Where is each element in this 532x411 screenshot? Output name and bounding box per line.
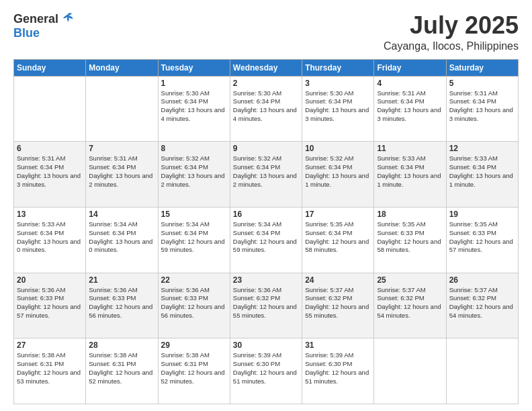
table-row: 7Sunrise: 5:31 AM Sunset: 6:34 PM Daylig… (86, 142, 158, 208)
day-number: 28 (89, 340, 154, 350)
day-number: 10 (305, 144, 371, 153)
table-row (14, 76, 86, 142)
table-row: 31Sunrise: 5:39 AM Sunset: 6:30 PM Dayli… (302, 338, 374, 404)
day-number: 11 (377, 144, 443, 153)
table-row: 28Sunrise: 5:38 AM Sunset: 6:31 PM Dayli… (86, 338, 158, 404)
table-row: 17Sunrise: 5:35 AM Sunset: 6:34 PM Dayli… (302, 207, 374, 273)
month-title: July 2025 (384, 12, 519, 39)
day-info: Sunrise: 5:36 AM Sunset: 6:33 PM Dayligh… (161, 286, 227, 320)
day-info: Sunrise: 5:38 AM Sunset: 6:31 PM Dayligh… (161, 351, 227, 385)
day-number: 2 (233, 79, 299, 88)
day-info: Sunrise: 5:32 AM Sunset: 6:34 PM Dayligh… (161, 154, 227, 189)
col-saturday: Saturday (446, 59, 518, 76)
table-row: 13Sunrise: 5:33 AM Sunset: 6:34 PM Dayli… (14, 207, 86, 273)
logo: General Blue (13, 12, 75, 40)
day-number: 23 (233, 275, 299, 285)
table-row: 4Sunrise: 5:31 AM Sunset: 6:34 PM Daylig… (374, 76, 446, 142)
day-info: Sunrise: 5:39 AM Sunset: 6:30 PM Dayligh… (233, 351, 299, 385)
day-number: 24 (305, 275, 371, 285)
table-row: 18Sunrise: 5:35 AM Sunset: 6:33 PM Dayli… (374, 207, 446, 273)
day-number: 9 (233, 144, 299, 153)
day-number: 15 (161, 210, 227, 219)
table-row: 10Sunrise: 5:32 AM Sunset: 6:34 PM Dayli… (302, 142, 374, 208)
day-number: 18 (377, 210, 443, 219)
day-number: 4 (377, 79, 443, 88)
table-row (374, 338, 446, 404)
day-info: Sunrise: 5:34 AM Sunset: 6:34 PM Dayligh… (89, 220, 154, 255)
day-info: Sunrise: 5:36 AM Sunset: 6:33 PM Dayligh… (17, 286, 83, 320)
col-wednesday: Wednesday (230, 59, 302, 76)
calendar-table: Sunday Monday Tuesday Wednesday Thursday… (13, 59, 519, 404)
calendar-week-row: 20Sunrise: 5:36 AM Sunset: 6:33 PM Dayli… (14, 273, 519, 338)
day-info: Sunrise: 5:36 AM Sunset: 6:33 PM Dayligh… (89, 286, 154, 320)
day-number: 12 (449, 144, 515, 153)
day-number: 22 (161, 275, 227, 285)
table-row: 30Sunrise: 5:39 AM Sunset: 6:30 PM Dayli… (230, 338, 302, 404)
day-info: Sunrise: 5:32 AM Sunset: 6:34 PM Dayligh… (233, 154, 299, 189)
table-row: 14Sunrise: 5:34 AM Sunset: 6:34 PM Dayli… (86, 207, 158, 273)
table-row: 21Sunrise: 5:36 AM Sunset: 6:33 PM Dayli… (86, 273, 158, 338)
table-row: 22Sunrise: 5:36 AM Sunset: 6:33 PM Dayli… (158, 273, 230, 338)
table-row: 23Sunrise: 5:36 AM Sunset: 6:32 PM Dayli… (230, 273, 302, 338)
table-row: 25Sunrise: 5:37 AM Sunset: 6:32 PM Dayli… (374, 273, 446, 338)
day-number: 5 (449, 79, 515, 88)
col-friday: Friday (374, 59, 446, 76)
logo-blue: Blue (13, 27, 40, 40)
table-row: 15Sunrise: 5:34 AM Sunset: 6:34 PM Dayli… (158, 207, 230, 273)
day-info: Sunrise: 5:39 AM Sunset: 6:30 PM Dayligh… (305, 351, 371, 385)
day-number: 27 (17, 340, 83, 350)
table-row: 27Sunrise: 5:38 AM Sunset: 6:31 PM Dayli… (14, 338, 86, 404)
day-number: 7 (89, 144, 154, 153)
day-info: Sunrise: 5:33 AM Sunset: 6:34 PM Dayligh… (377, 154, 443, 189)
day-info: Sunrise: 5:32 AM Sunset: 6:34 PM Dayligh… (305, 154, 371, 189)
table-row: 20Sunrise: 5:36 AM Sunset: 6:33 PM Dayli… (14, 273, 86, 338)
table-row: 3Sunrise: 5:30 AM Sunset: 6:34 PM Daylig… (302, 76, 374, 142)
day-number: 16 (233, 210, 299, 219)
weekday-header-row: Sunday Monday Tuesday Wednesday Thursday… (14, 59, 519, 76)
table-row: 1Sunrise: 5:30 AM Sunset: 6:34 PM Daylig… (158, 76, 230, 142)
day-number: 8 (161, 144, 227, 153)
day-number: 21 (89, 275, 154, 285)
day-info: Sunrise: 5:38 AM Sunset: 6:31 PM Dayligh… (89, 351, 154, 385)
table-row: 5Sunrise: 5:31 AM Sunset: 6:34 PM Daylig… (446, 76, 518, 142)
page: General Blue July 2025 Cayanga, Ilocos, … (0, 0, 532, 411)
calendar-week-row: 6Sunrise: 5:31 AM Sunset: 6:34 PM Daylig… (14, 142, 519, 208)
day-info: Sunrise: 5:30 AM Sunset: 6:34 PM Dayligh… (233, 89, 299, 124)
day-number: 19 (449, 210, 515, 219)
day-info: Sunrise: 5:34 AM Sunset: 6:34 PM Dayligh… (233, 220, 299, 255)
table-row: 2Sunrise: 5:30 AM Sunset: 6:34 PM Daylig… (230, 76, 302, 142)
day-info: Sunrise: 5:35 AM Sunset: 6:33 PM Dayligh… (449, 220, 515, 255)
table-row: 9Sunrise: 5:32 AM Sunset: 6:34 PM Daylig… (230, 142, 302, 208)
day-number: 13 (17, 210, 83, 219)
day-number: 26 (449, 275, 515, 285)
calendar-week-row: 27Sunrise: 5:38 AM Sunset: 6:31 PM Dayli… (14, 338, 519, 404)
day-number: 6 (17, 144, 83, 153)
table-row (86, 76, 158, 142)
day-number: 30 (233, 340, 299, 350)
table-row: 11Sunrise: 5:33 AM Sunset: 6:34 PM Dayli… (374, 142, 446, 208)
day-info: Sunrise: 5:31 AM Sunset: 6:34 PM Dayligh… (377, 89, 443, 124)
col-monday: Monday (86, 59, 158, 76)
day-info: Sunrise: 5:36 AM Sunset: 6:32 PM Dayligh… (233, 286, 299, 320)
day-number: 31 (305, 340, 371, 350)
table-row: 19Sunrise: 5:35 AM Sunset: 6:33 PM Dayli… (446, 207, 518, 273)
table-row: 6Sunrise: 5:31 AM Sunset: 6:34 PM Daylig… (14, 142, 86, 208)
day-number: 29 (161, 340, 227, 350)
logo-general: General (13, 13, 58, 26)
day-info: Sunrise: 5:35 AM Sunset: 6:34 PM Dayligh… (305, 220, 371, 255)
day-number: 17 (305, 210, 371, 219)
day-info: Sunrise: 5:30 AM Sunset: 6:34 PM Dayligh… (161, 89, 227, 124)
table-row: 24Sunrise: 5:37 AM Sunset: 6:32 PM Dayli… (302, 273, 374, 338)
table-row: 12Sunrise: 5:33 AM Sunset: 6:34 PM Dayli… (446, 142, 518, 208)
title-block: July 2025 Cayanga, Ilocos, Philippines (384, 12, 519, 52)
table-row (446, 338, 518, 404)
day-info: Sunrise: 5:37 AM Sunset: 6:32 PM Dayligh… (305, 286, 371, 320)
day-number: 3 (305, 79, 371, 88)
day-info: Sunrise: 5:34 AM Sunset: 6:34 PM Dayligh… (161, 220, 227, 255)
day-number: 20 (17, 275, 83, 285)
col-thursday: Thursday (302, 59, 374, 76)
day-info: Sunrise: 5:37 AM Sunset: 6:32 PM Dayligh… (449, 286, 515, 320)
table-row: 29Sunrise: 5:38 AM Sunset: 6:31 PM Dayli… (158, 338, 230, 404)
day-info: Sunrise: 5:35 AM Sunset: 6:33 PM Dayligh… (377, 220, 443, 255)
day-info: Sunrise: 5:37 AM Sunset: 6:32 PM Dayligh… (377, 286, 443, 320)
